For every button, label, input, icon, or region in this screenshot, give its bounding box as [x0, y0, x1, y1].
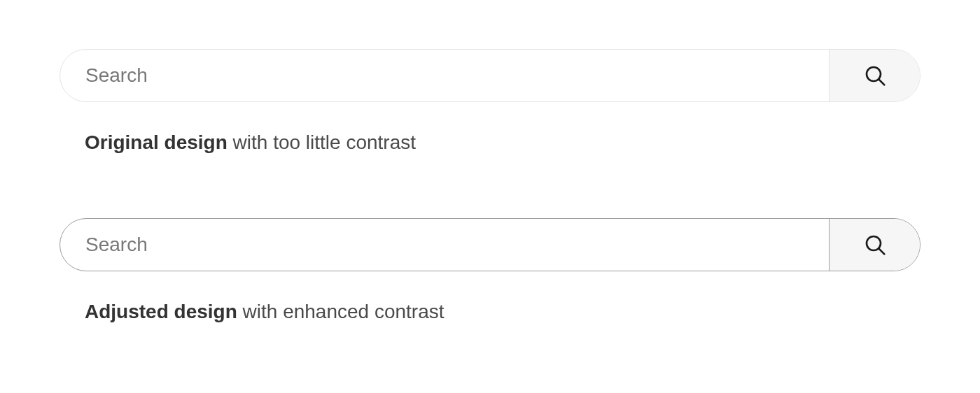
- search-bar-adjusted: [59, 218, 920, 271]
- svg-line-1: [878, 79, 884, 85]
- search-input[interactable]: [60, 219, 829, 271]
- caption-bold: Adjusted design: [85, 301, 237, 322]
- caption-rest: with enhanced contrast: [237, 301, 444, 322]
- search-icon: [864, 64, 886, 87]
- example-original: Original design with too little contrast: [59, 49, 920, 155]
- caption-bold: Original design: [85, 131, 227, 153]
- search-button[interactable]: [829, 50, 920, 101]
- search-input[interactable]: [60, 50, 829, 101]
- caption-rest: with too little contrast: [227, 131, 416, 153]
- svg-line-3: [878, 249, 884, 255]
- search-button[interactable]: [829, 219, 920, 271]
- example-adjusted: Adjusted design with enhanced contrast: [59, 218, 920, 324]
- caption-adjusted: Adjusted design with enhanced contrast: [59, 299, 920, 324]
- search-icon: [864, 234, 886, 256]
- caption-original: Original design with too little contrast: [59, 130, 920, 155]
- search-bar-original: [59, 49, 920, 102]
